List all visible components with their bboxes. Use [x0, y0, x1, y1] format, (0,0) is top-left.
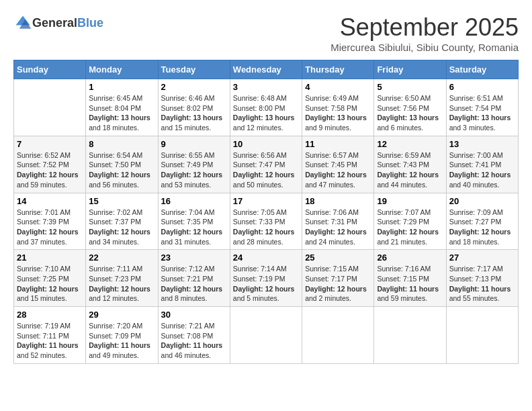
day-info: Sunrise: 7:20 AMSunset: 7:09 PMDaylight:… [89, 321, 154, 361]
day-number: 8 [89, 139, 154, 149]
day-number: 19 [377, 196, 443, 206]
weekday-header: Friday [374, 60, 446, 79]
day-number: 15 [89, 196, 154, 206]
weekday-row: SundayMondayTuesdayWednesdayThursdayFrid… [14, 60, 519, 79]
day-number: 26 [377, 253, 443, 263]
day-info: Sunrise: 7:19 AMSunset: 7:11 PMDaylight:… [17, 321, 83, 361]
day-info: Sunrise: 6:45 AMSunset: 8:04 PMDaylight:… [89, 93, 154, 133]
day-number: 25 [305, 253, 371, 263]
calendar-cell: 13Sunrise: 7:00 AMSunset: 7:41 PMDayligh… [446, 136, 518, 193]
day-info: Sunrise: 6:54 AMSunset: 7:50 PMDaylight:… [89, 150, 154, 190]
weekday-header: Tuesday [158, 60, 230, 79]
day-number: 30 [161, 310, 227, 320]
calendar-cell: 23Sunrise: 7:12 AMSunset: 7:21 PMDayligh… [158, 250, 230, 307]
day-number: 28 [17, 310, 83, 320]
calendar-cell: 3Sunrise: 6:48 AMSunset: 8:00 PMDaylight… [230, 79, 302, 136]
calendar-cell: 29Sunrise: 7:20 AMSunset: 7:09 PMDayligh… [86, 307, 158, 364]
logo: GeneralBlue [13, 13, 103, 32]
calendar-cell: 20Sunrise: 7:09 AMSunset: 7:27 PMDayligh… [446, 193, 518, 250]
day-number: 4 [305, 82, 371, 92]
calendar-week-row: 28Sunrise: 7:19 AMSunset: 7:11 PMDayligh… [14, 307, 519, 364]
day-number: 13 [449, 139, 515, 149]
day-info: Sunrise: 6:52 AMSunset: 7:52 PMDaylight:… [17, 150, 83, 190]
day-number: 14 [17, 196, 83, 206]
day-info: Sunrise: 7:07 AMSunset: 7:29 PMDaylight:… [377, 208, 443, 247]
calendar-cell [302, 307, 374, 364]
weekday-header: Thursday [302, 60, 374, 79]
calendar-cell: 14Sunrise: 7:01 AMSunset: 7:39 PMDayligh… [14, 193, 86, 250]
day-info: Sunrise: 7:21 AMSunset: 7:08 PMDaylight:… [161, 321, 227, 361]
day-number: 2 [161, 82, 227, 92]
day-info: Sunrise: 6:59 AMSunset: 7:43 PMDaylight:… [377, 150, 443, 190]
day-info: Sunrise: 6:50 AMSunset: 7:56 PMDaylight:… [377, 93, 443, 133]
calendar-cell: 30Sunrise: 7:21 AMSunset: 7:08 PMDayligh… [158, 307, 230, 364]
day-number: 5 [377, 82, 443, 92]
day-info: Sunrise: 6:46 AMSunset: 8:02 PMDaylight:… [161, 93, 227, 133]
day-info: Sunrise: 6:57 AMSunset: 7:45 PMDaylight:… [305, 150, 371, 190]
calendar-cell: 26Sunrise: 7:16 AMSunset: 7:15 PMDayligh… [374, 250, 446, 307]
day-info: Sunrise: 7:11 AMSunset: 7:23 PMDaylight:… [89, 264, 154, 304]
calendar-cell: 10Sunrise: 6:56 AMSunset: 7:47 PMDayligh… [230, 136, 302, 193]
day-info: Sunrise: 7:15 AMSunset: 7:17 PMDaylight:… [305, 264, 371, 304]
day-number: 6 [449, 82, 515, 92]
day-info: Sunrise: 7:14 AMSunset: 7:19 PMDaylight:… [233, 264, 299, 304]
day-number: 10 [233, 139, 299, 149]
calendar-cell [230, 307, 302, 364]
calendar-cell: 4Sunrise: 6:49 AMSunset: 7:58 PMDaylight… [302, 79, 374, 136]
day-number: 24 [233, 253, 299, 263]
weekday-header: Wednesday [230, 60, 302, 79]
day-info: Sunrise: 7:00 AMSunset: 7:41 PMDaylight:… [449, 150, 515, 190]
day-number: 22 [89, 253, 154, 263]
day-number: 17 [233, 196, 299, 206]
calendar-cell: 7Sunrise: 6:52 AMSunset: 7:52 PMDaylight… [14, 136, 86, 193]
calendar-cell: 22Sunrise: 7:11 AMSunset: 7:23 PMDayligh… [86, 250, 158, 307]
day-info: Sunrise: 7:04 AMSunset: 7:35 PMDaylight:… [161, 208, 227, 247]
day-number: 7 [17, 139, 83, 149]
day-info: Sunrise: 6:55 AMSunset: 7:49 PMDaylight:… [161, 150, 227, 190]
logo-general: General [32, 16, 77, 30]
day-info: Sunrise: 6:51 AMSunset: 7:54 PMDaylight:… [449, 93, 515, 133]
calendar-table: SundayMondayTuesdayWednesdayThursdayFrid… [13, 60, 519, 364]
calendar-cell: 18Sunrise: 7:06 AMSunset: 7:31 PMDayligh… [302, 193, 374, 250]
calendar-week-row: 7Sunrise: 6:52 AMSunset: 7:52 PMDaylight… [14, 136, 519, 193]
day-info: Sunrise: 6:56 AMSunset: 7:47 PMDaylight:… [233, 150, 299, 190]
day-info: Sunrise: 7:01 AMSunset: 7:39 PMDaylight:… [17, 208, 83, 247]
calendar-cell [374, 307, 446, 364]
day-info: Sunrise: 6:49 AMSunset: 7:58 PMDaylight:… [305, 93, 371, 133]
day-number: 3 [233, 82, 299, 92]
calendar-cell: 16Sunrise: 7:04 AMSunset: 7:35 PMDayligh… [158, 193, 230, 250]
calendar-cell: 17Sunrise: 7:05 AMSunset: 7:33 PMDayligh… [230, 193, 302, 250]
day-info: Sunrise: 6:48 AMSunset: 8:00 PMDaylight:… [233, 93, 299, 133]
calendar-week-row: 14Sunrise: 7:01 AMSunset: 7:39 PMDayligh… [14, 193, 519, 250]
weekday-header: Saturday [446, 60, 518, 79]
day-info: Sunrise: 7:09 AMSunset: 7:27 PMDaylight:… [449, 208, 515, 247]
day-info: Sunrise: 7:10 AMSunset: 7:25 PMDaylight:… [17, 264, 83, 304]
calendar-cell: 25Sunrise: 7:15 AMSunset: 7:17 PMDayligh… [302, 250, 374, 307]
calendar-week-row: 1Sunrise: 6:45 AMSunset: 8:04 PMDaylight… [14, 79, 519, 136]
calendar-cell [14, 79, 86, 136]
day-number: 16 [161, 196, 227, 206]
day-number: 1 [89, 82, 154, 92]
calendar-cell: 8Sunrise: 6:54 AMSunset: 7:50 PMDaylight… [86, 136, 158, 193]
calendar-cell: 2Sunrise: 6:46 AMSunset: 8:02 PMDaylight… [158, 79, 230, 136]
calendar-cell: 11Sunrise: 6:57 AMSunset: 7:45 PMDayligh… [302, 136, 374, 193]
calendar-cell: 19Sunrise: 7:07 AMSunset: 7:29 PMDayligh… [374, 193, 446, 250]
calendar-header: SundayMondayTuesdayWednesdayThursdayFrid… [14, 60, 519, 79]
day-info: Sunrise: 7:06 AMSunset: 7:31 PMDaylight:… [305, 208, 371, 247]
calendar-cell: 27Sunrise: 7:17 AMSunset: 7:13 PMDayligh… [446, 250, 518, 307]
day-info: Sunrise: 7:05 AMSunset: 7:33 PMDaylight:… [233, 208, 299, 247]
calendar-week-row: 21Sunrise: 7:10 AMSunset: 7:25 PMDayligh… [14, 250, 519, 307]
calendar-cell: 28Sunrise: 7:19 AMSunset: 7:11 PMDayligh… [14, 307, 86, 364]
month-title: September 2025 [330, 13, 519, 42]
logo-blue: Blue [77, 16, 103, 30]
day-number: 29 [89, 310, 154, 320]
calendar-cell [446, 307, 518, 364]
day-number: 23 [161, 253, 227, 263]
calendar-cell: 6Sunrise: 6:51 AMSunset: 7:54 PMDaylight… [446, 79, 518, 136]
calendar-cell: 1Sunrise: 6:45 AMSunset: 8:04 PMDaylight… [86, 79, 158, 136]
weekday-header: Monday [86, 60, 158, 79]
calendar-cell: 24Sunrise: 7:14 AMSunset: 7:19 PMDayligh… [230, 250, 302, 307]
location-subtitle: Miercurea Sibiului, Sibiu County, Romani… [330, 42, 519, 53]
calendar-cell: 12Sunrise: 6:59 AMSunset: 7:43 PMDayligh… [374, 136, 446, 193]
day-number: 9 [161, 139, 227, 149]
